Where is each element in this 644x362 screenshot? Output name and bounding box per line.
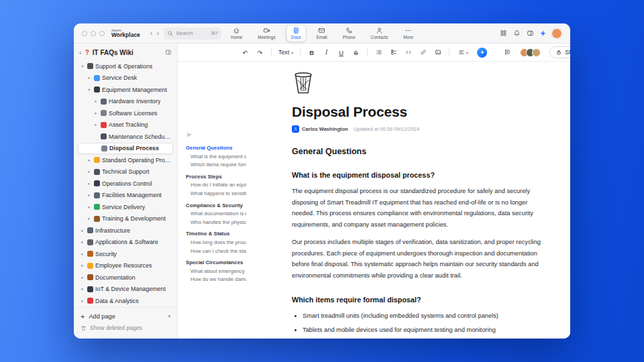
- new-button[interactable]: +: [540, 29, 545, 38]
- sidebar-item[interactable]: ▾Support & Operations: [78, 60, 173, 72]
- window-zoom-button[interactable]: [99, 31, 105, 36]
- global-search-input[interactable]: Search ⌘F: [164, 27, 221, 40]
- nav-back-button[interactable]: ‹: [148, 29, 155, 37]
- bullet-list-icon[interactable]: [373, 47, 384, 58]
- window-close-button[interactable]: [82, 31, 87, 36]
- sidebar-item[interactable]: ▸Security: [78, 248, 173, 260]
- apps-grid-icon[interactable]: [500, 29, 507, 37]
- outline-collapse-button[interactable]: [186, 131, 246, 138]
- text-style-dropdown[interactable]: Text▾: [277, 49, 294, 56]
- doc-paragraph: Our process includes multiple stages of …: [292, 237, 548, 281]
- sidebar-item[interactable]: ▸Applications & Software: [78, 237, 173, 249]
- sidebar-item[interactable]: ▸Service Desk: [78, 72, 173, 84]
- sidebar-item[interactable]: ▸Software Licenses: [78, 107, 173, 119]
- sidebar-toggle-icon[interactable]: [527, 29, 534, 37]
- updated-timestamp: Updated at 00:39 09/12/2024: [354, 126, 419, 132]
- doc-heading: What is the equipment disposal process?: [292, 171, 548, 179]
- outline-item[interactable]: What documentation is req...: [186, 210, 246, 219]
- sidebar-toggle-icon[interactable]: [165, 49, 172, 56]
- wiki-title: IT FAQs Wiki: [93, 49, 133, 56]
- outline-item[interactable]: What is the equipment disp...: [186, 153, 246, 162]
- tab-phone[interactable]: Phone: [338, 25, 360, 42]
- document: Disposal Process Carlos Washington Updat…: [292, 70, 548, 339]
- outline-item[interactable]: General Questions: [186, 144, 246, 153]
- image-icon[interactable]: [432, 47, 443, 58]
- wiki-sidebar: ‹ ? IT FAQs Wiki ▾Support & Operations▸S…: [74, 44, 178, 339]
- align-dropdown[interactable]: ▾: [455, 47, 471, 58]
- bullet-item: Smart treadmill units (including embedde…: [303, 312, 548, 319]
- sidebar-item[interactable]: ▸Technical Support: [78, 166, 173, 178]
- sidebar-item[interactable]: ▸Data & Analytics: [78, 295, 173, 307]
- code-icon[interactable]: [402, 47, 414, 58]
- chevron-right-icon: ▸: [80, 251, 85, 257]
- sidebar-item[interactable]: ▸Employee Resources: [78, 260, 173, 272]
- sidebar-item[interactable]: ▸Standard Operating Procedures: [78, 154, 173, 166]
- doc-canvas[interactable]: General QuestionsWhat is the equipment d…: [178, 62, 570, 339]
- sidebar-item[interactable]: ▸Operations Control: [78, 178, 173, 190]
- redo-button[interactable]: ↷: [254, 47, 266, 58]
- strikethrough-button[interactable]: S: [350, 47, 362, 58]
- chevron-down-icon[interactable]: ▾: [168, 314, 170, 319]
- tab-more[interactable]: More: [398, 25, 418, 42]
- bold-button[interactable]: B: [306, 47, 317, 58]
- add-page-button[interactable]: + Add page ▾: [80, 310, 170, 322]
- comment-button[interactable]: [501, 47, 513, 58]
- outline-item[interactable]: How do I initiate an equipm...: [186, 181, 246, 190]
- outline-item[interactable]: Process Steps: [186, 173, 246, 182]
- link-icon[interactable]: [417, 47, 429, 58]
- sidebar-item[interactable]: ▾Equipment Management: [78, 84, 173, 96]
- sidebar-item[interactable]: ▸Facilities Management: [78, 190, 173, 202]
- titlebar-icons: [500, 29, 534, 37]
- italic-button[interactable]: I: [321, 47, 332, 58]
- sidebar-back-button[interactable]: ‹: [79, 48, 82, 56]
- tab-meetings[interactable]: Meetings: [253, 25, 280, 42]
- nav-forward-button[interactable]: ›: [155, 29, 162, 37]
- sidebar-item[interactable]: ▸Service Delivery: [78, 201, 173, 213]
- user-avatar[interactable]: [551, 28, 562, 39]
- todo-list-icon[interactable]: [388, 47, 399, 58]
- pin-icon: [101, 122, 107, 128]
- trash-icon: [80, 325, 87, 331]
- collaborator-avatar: [532, 48, 541, 57]
- add-page-label: Add page: [89, 313, 115, 320]
- tab-email[interactable]: Email: [312, 25, 332, 42]
- text-style-label: Text: [278, 49, 289, 56]
- ai-companion-button[interactable]: [477, 48, 487, 58]
- outline-item[interactable]: Compliance & Security: [186, 202, 246, 210]
- bell-icon[interactable]: [513, 29, 521, 37]
- sidebar-item[interactable]: Disposal Process: [78, 143, 173, 155]
- sidebar-item[interactable]: ▸IoT & Device Management: [78, 284, 173, 296]
- window-minimize-button[interactable]: [91, 31, 96, 36]
- tab-home[interactable]: Home: [226, 25, 247, 42]
- collaborator-avatars[interactable]: [520, 48, 541, 57]
- wiki-header: ‹ ? IT FAQs Wiki: [74, 44, 177, 59]
- chart-icon: [87, 298, 93, 304]
- titlebar: zoom Workplace ‹ › Search ⌘F HomeMeeting…: [74, 23, 570, 44]
- sidebar-item[interactable]: ▸Hardware Inventory: [78, 96, 173, 108]
- sidebar-item-label: Operations Control: [102, 180, 152, 187]
- share-button[interactable]: Share: [549, 46, 570, 58]
- show-deleted-button[interactable]: Show deleted pages: [80, 322, 170, 333]
- outline-item[interactable]: Timeline & Status: [186, 230, 246, 239]
- outline-item[interactable]: How long does the process ...: [186, 239, 246, 247]
- outline-item[interactable]: How do we handle damage...: [186, 276, 246, 284]
- outline-item[interactable]: What about emergency dis...: [186, 267, 246, 276]
- tab-contacts[interactable]: Contacts: [366, 25, 393, 42]
- headset-icon: [94, 75, 100, 81]
- sidebar-item[interactable]: Maintenance Schedules: [78, 131, 173, 143]
- sidebar-item[interactable]: ▸Infrastructure: [78, 225, 173, 237]
- underline-button[interactable]: U: [335, 47, 347, 58]
- sidebar-item[interactable]: ▸Training & Development: [78, 213, 173, 225]
- undo-button[interactable]: ↶: [239, 47, 251, 58]
- sidebar-item[interactable]: ▸Asset Tracking: [78, 119, 173, 131]
- chevron-right-icon: ▸: [93, 111, 99, 116]
- outline-item[interactable]: Who handles the physical di...: [186, 219, 246, 227]
- outline-item[interactable]: What happens to sensitive ...: [186, 190, 246, 198]
- outline-item[interactable]: Special Circumstances: [186, 259, 246, 267]
- tab-docs[interactable]: Docs: [286, 25, 306, 42]
- outline-item[interactable]: How can I check the status ...: [186, 247, 246, 256]
- window-controls: [82, 31, 105, 36]
- sidebar-item[interactable]: ▸Documentation: [78, 272, 173, 284]
- outline-item[interactable]: Which items require formal ...: [186, 161, 246, 170]
- book-icon: [94, 157, 100, 163]
